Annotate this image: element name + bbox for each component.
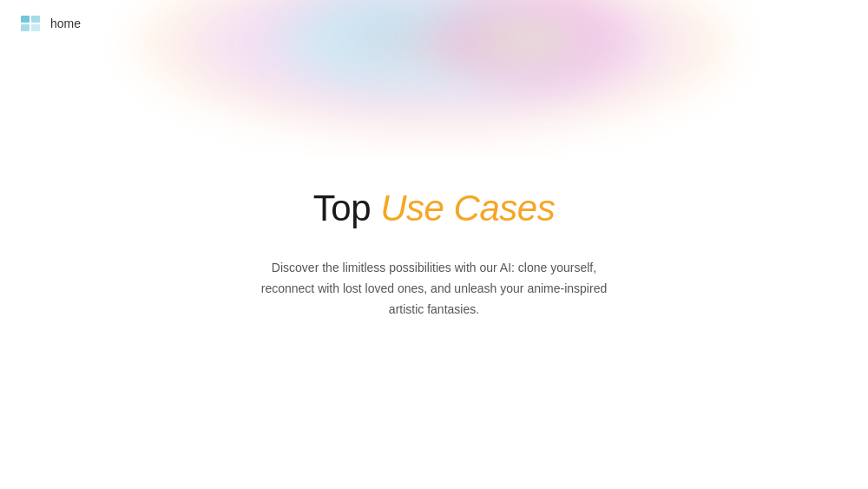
subtitle-text: Discover the limitless possibilities wit… bbox=[247, 258, 621, 320]
logo-icon[interactable] bbox=[21, 16, 40, 31]
title-part1: Top bbox=[313, 188, 380, 228]
svg-rect-1 bbox=[31, 16, 40, 23]
svg-rect-2 bbox=[21, 24, 30, 31]
svg-rect-0 bbox=[21, 16, 30, 23]
nav-home-link[interactable]: home bbox=[50, 17, 81, 30]
navbar: home bbox=[0, 0, 868, 47]
title-part2: Use Cases bbox=[380, 188, 555, 228]
title-container: Top Use Cases bbox=[313, 187, 555, 230]
svg-rect-3 bbox=[31, 24, 40, 31]
page-title: Top Use Cases bbox=[313, 187, 555, 230]
main-content: Top Use Cases Discover the limitless pos… bbox=[0, 17, 868, 489]
